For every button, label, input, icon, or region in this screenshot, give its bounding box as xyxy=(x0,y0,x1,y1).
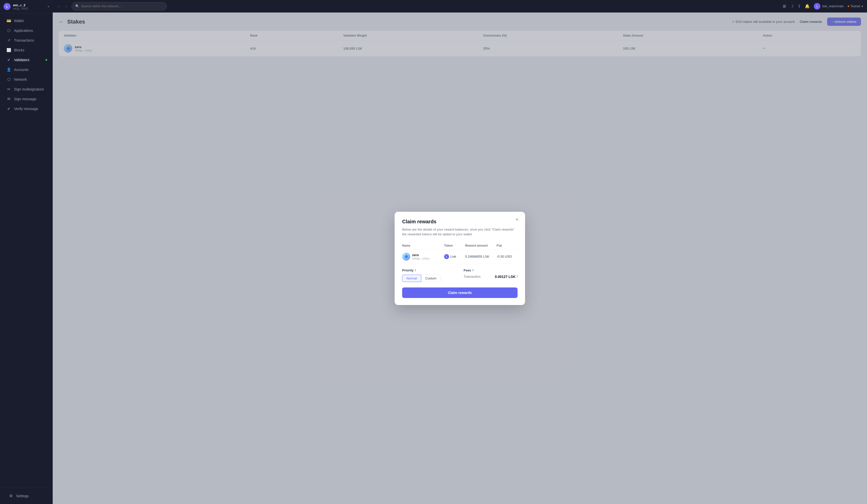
priority-info-icon[interactable]: ℹ xyxy=(415,269,416,272)
sign-message-icon: ✉ xyxy=(7,97,11,101)
priority-custom-button[interactable]: Custom xyxy=(421,275,441,282)
sidebar-item-settings[interactable]: ⚙ Settings xyxy=(4,491,49,501)
fee-label: Transaction xyxy=(464,275,480,278)
chevron-down-icon: ▾ xyxy=(48,5,49,8)
sidebar-item-wallet[interactable]: 💳 Wallet xyxy=(2,16,51,25)
modal-subtitle: Below are the details of your reward bal… xyxy=(402,227,517,237)
sidebar-item-network[interactable]: ⬡ Network xyxy=(2,75,51,84)
moon-icon[interactable]: ☽ xyxy=(790,4,793,9)
search-bar[interactable]: 🔍 xyxy=(72,2,167,11)
account-address: lsk2jj...5f422 xyxy=(13,7,45,10)
token-badge: L Lisk xyxy=(444,254,465,259)
sidebar-item-applications[interactable]: ⬡ Applications xyxy=(2,26,51,35)
modal-token-cell: L Lisk xyxy=(444,254,465,259)
network-chevron-icon: ▾ xyxy=(861,4,863,8)
fee-row: Transaction 0.00127 LSK ℹ xyxy=(464,275,517,279)
sidebar-item-label: Blocks xyxy=(14,48,24,52)
sidebar-item-label: Network xyxy=(14,77,27,81)
modal-validator-avatar: 🔷 xyxy=(402,253,410,261)
sidebar-footer: ⚙ Settings xyxy=(0,488,53,504)
wallet-icon: 💳 xyxy=(7,19,11,23)
sidebar-item-label: Sign message xyxy=(14,97,36,101)
modal-title: Claim rewards xyxy=(402,219,517,224)
topbar-actions: ⊞ ☽ ⇪ 🔔 L lisk_mainchain Testnet ▾ xyxy=(783,3,863,10)
fee-value: 0.00127 LSK ℹ xyxy=(495,275,518,279)
fee-amount: 0.00127 LSK xyxy=(495,275,516,279)
modal-overlay[interactable]: Claim rewards Below are the details of y… xyxy=(53,12,867,504)
sidebar-item-sign-multisig[interactable]: ✏ Sign multisignature xyxy=(2,85,51,94)
search-input[interactable] xyxy=(81,4,163,8)
sidebar-item-label: Accounts xyxy=(14,68,29,72)
fee-info-icon[interactable]: ℹ xyxy=(516,275,517,278)
account-name: eni...r_2 xyxy=(13,3,45,7)
sidebar-item-validators[interactable]: ✓ Validators xyxy=(2,55,51,65)
avatar: L xyxy=(814,3,820,10)
accounts-icon: 👤 xyxy=(7,67,11,72)
topbar: ‹ › 🔍 ⊞ ☽ ⇪ 🔔 L lisk_mainchain Testnet ▾ xyxy=(53,0,867,12)
network-label: Testnet xyxy=(850,4,860,8)
sign-multisig-icon: ✏ xyxy=(7,87,11,91)
sidebar-nav: 💳 Wallet ⬡ Applications ↗ Transactions ⬜… xyxy=(0,13,53,488)
network-badge[interactable]: Testnet ▾ xyxy=(848,4,863,8)
back-nav-button[interactable]: ‹ xyxy=(57,3,61,10)
fees-info-icon[interactable]: ℹ xyxy=(472,269,473,272)
sidebar: L eni...r_2 lsk2jj...5f422 ▾ 💳 Wallet ⬡ … xyxy=(0,0,53,504)
main-area: ‹ › 🔍 ⊞ ☽ ⇪ 🔔 L lisk_mainchain Testnet ▾ xyxy=(53,0,867,504)
modal-col-name: Name xyxy=(402,244,444,248)
claim-rewards-modal: Claim rewards Below are the details of y… xyxy=(395,212,525,305)
modal-table-row: 🔷 zero lskbgy...xz8yp L Lisk xyxy=(402,250,517,264)
modal-validator-info: 🔷 zero lskbgy...xz8yp xyxy=(402,253,444,261)
fees-section: Fees ℹ Transaction 0.00127 LSK ℹ xyxy=(464,269,517,282)
fees-label: Fees ℹ xyxy=(464,269,517,272)
modal-close-button[interactable]: × xyxy=(514,216,521,223)
claim-rewards-button[interactable]: Claim rewards xyxy=(402,287,517,298)
sidebar-item-transactions[interactable]: ↗ Transactions xyxy=(2,36,51,45)
settings-icon: ⚙ xyxy=(9,494,13,498)
active-dot xyxy=(45,59,47,61)
sidebar-item-label: Applications xyxy=(14,29,33,33)
sidebar-item-label: Validators xyxy=(14,58,29,62)
modal-col-reward: Reward amount xyxy=(465,244,496,248)
applications-icon: ⬡ xyxy=(7,28,11,33)
sidebar-item-blocks[interactable]: ⬜ Blocks xyxy=(2,45,51,55)
modal-validator-name: zero xyxy=(412,253,429,257)
blocks-icon: ⬜ xyxy=(7,48,11,52)
network-status-dot xyxy=(848,6,849,7)
topbar-account[interactable]: L lisk_mainchain xyxy=(814,3,844,10)
priority-label: Priority ℹ xyxy=(402,269,456,272)
sidebar-header[interactable]: L eni...r_2 lsk2jj...5f422 ▾ xyxy=(0,0,53,13)
modal-validator-details: zero lskbgy...xz8yp xyxy=(412,253,429,260)
sidebar-item-label: Settings xyxy=(16,494,29,498)
modal-bottom: Priority ℹ Normal Custom Fees ℹ xyxy=(402,269,517,282)
sidebar-item-sign-message[interactable]: ✉ Sign message xyxy=(2,94,51,104)
sidebar-item-label: Sign multisignature xyxy=(14,87,44,91)
verify-message-icon: ✔ xyxy=(7,107,11,111)
modal-table: Name Token Reward amount Fiat 🔷 zero lsk… xyxy=(402,242,517,264)
modal-col-token: Token xyxy=(444,244,465,248)
sidebar-item-accounts[interactable]: 👤 Accounts xyxy=(2,65,51,75)
forward-nav-button[interactable]: › xyxy=(64,3,68,10)
validators-icon: ✓ xyxy=(7,58,11,62)
priority-buttons: Normal Custom xyxy=(402,275,456,282)
account-info: eni...r_2 lsk2jj...5f422 xyxy=(13,3,45,10)
content-area: ← Stakes ≡ 9/10 stakes still available i… xyxy=(53,12,867,504)
priority-normal-button[interactable]: Normal xyxy=(402,275,421,282)
sidebar-item-label: Verify message xyxy=(14,107,38,111)
modal-validator-cell: 🔷 zero lskbgy...xz8yp xyxy=(402,253,444,261)
modal-table-header: Name Token Reward amount Fiat xyxy=(402,242,517,250)
modal-fiat-cell: -0.30 USD xyxy=(496,255,517,259)
token-name: Lisk xyxy=(450,255,456,259)
share-icon[interactable]: ⇪ xyxy=(798,4,801,9)
notification-icon[interactable]: 🔔 xyxy=(805,4,810,9)
search-icon: 🔍 xyxy=(75,4,79,8)
lisk-icon: L xyxy=(444,254,449,259)
sidebar-item-label: Transactions xyxy=(14,39,34,42)
modal-validator-address: lskbgy...xz8yp xyxy=(412,257,429,260)
sidebar-item-label: Wallet xyxy=(14,19,24,23)
modal-reward-cell: 0.24666655 LSK xyxy=(465,255,496,259)
transactions-icon: ↗ xyxy=(7,38,11,43)
account-label: lisk_mainchain xyxy=(822,4,844,8)
bookmark-icon[interactable]: ⊞ xyxy=(783,4,786,9)
app-logo: L xyxy=(3,3,11,10)
sidebar-item-verify-message[interactable]: ✔ Verify message xyxy=(2,104,51,113)
